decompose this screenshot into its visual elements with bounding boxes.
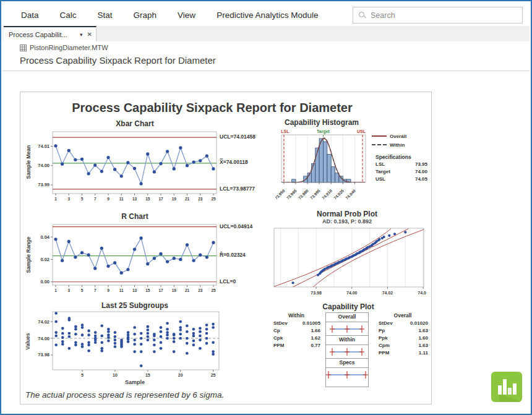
search-box[interactable]: Search xyxy=(353,7,523,24)
r-center-label: R̄=0.02324 xyxy=(220,252,246,258)
overall-stat-row: StDev0.01020 xyxy=(375,320,431,328)
menu-item-view[interactable]: View xyxy=(178,11,195,20)
specification-row: USL74.05 xyxy=(372,176,430,184)
r-chart: 0.040.020.00135791113151719212325 xyxy=(32,222,238,295)
r-chart-title: R Chart xyxy=(32,212,238,221)
svg-text:Target: Target xyxy=(317,129,330,134)
svg-text:73.995: 73.995 xyxy=(309,188,321,200)
last25-ylabel: Values xyxy=(25,304,31,379)
menu-item-predictive-analytics-module[interactable]: Predictive Analytics Module xyxy=(217,11,318,20)
svg-text:3: 3 xyxy=(67,288,70,293)
app-window: DataCalcStatGraphViewPredictive Analytic… xyxy=(0,0,532,415)
capability-plot-title: Capability Plot xyxy=(280,302,416,311)
svg-text:13: 13 xyxy=(132,197,137,201)
svg-text:1: 1 xyxy=(54,288,57,293)
close-icon[interactable]: ✕ xyxy=(87,31,92,38)
tab-process-capability[interactable]: Process Capabilit... ▾ ✕ xyxy=(4,26,97,41)
svg-text:23: 23 xyxy=(198,197,203,201)
xbar-chart-title: Xbar Chart xyxy=(32,119,238,128)
minitab-graph-icon xyxy=(491,372,522,402)
svg-text:USL: USL xyxy=(357,129,366,134)
tab-strip: Process Capabilit... ▾ ✕ xyxy=(2,26,530,41)
legend-item-within: Within xyxy=(372,140,430,149)
legend-label-overall: Overall xyxy=(390,134,406,139)
within-stats-header: Within xyxy=(270,312,323,320)
svg-text:15: 15 xyxy=(145,197,150,201)
interval-header-within: Within xyxy=(326,335,368,345)
svg-text:7: 7 xyxy=(94,288,97,293)
last25-xlabel: Sample xyxy=(32,379,238,385)
within-stat-row: PPM0.77 xyxy=(270,343,323,350)
svg-text:0.00: 0.00 xyxy=(40,279,49,285)
tab-label: Process Capabilit... xyxy=(9,31,79,38)
overall-stats-header: Overall xyxy=(375,312,431,320)
menu-item-data[interactable]: Data xyxy=(21,11,39,20)
xbar-chart: 74.0174.0073.99135791113151719212325 xyxy=(32,129,238,203)
within-stat-row: StDev0.01005 xyxy=(270,320,323,328)
within-interval xyxy=(326,346,368,358)
svg-text:74.00: 74.00 xyxy=(346,291,358,295)
svg-text:74.04: 74.04 xyxy=(418,291,426,295)
svg-text:5: 5 xyxy=(81,373,84,377)
capability-interval-box: Overall Within Specs xyxy=(325,312,369,387)
within-line-sample xyxy=(372,144,387,145)
svg-text:73.965: 73.965 xyxy=(286,188,298,200)
svg-text:17: 17 xyxy=(158,197,163,201)
chevron-down-icon[interactable]: ▾ xyxy=(80,32,83,38)
report-footnote: The actual process spread is represented… xyxy=(25,390,224,400)
menu-item-calc[interactable]: Calc xyxy=(60,11,77,20)
svg-text:9: 9 xyxy=(107,197,109,201)
svg-text:20: 20 xyxy=(178,373,183,377)
overall-stat-row: Ppk1.60 xyxy=(375,335,431,343)
separator xyxy=(2,71,530,71)
xbar-ucl-label: UCL=74.01458 xyxy=(220,134,255,140)
interval-header-overall: Overall xyxy=(326,313,368,322)
last25-chart: 74.0274.0073.98510152025 xyxy=(32,309,238,380)
svg-text:5: 5 xyxy=(81,288,84,293)
last25-title: Last 25 Subgroups xyxy=(32,301,238,310)
normal-prob-plot-title: Normal Prob Plot xyxy=(268,210,426,218)
svg-text:73.99: 73.99 xyxy=(38,182,49,187)
svg-text:25: 25 xyxy=(211,288,216,293)
within-stat-row: Cp1.66 xyxy=(270,328,323,335)
page-title: Process Capability Sixpack Report for Di… xyxy=(20,55,216,66)
svg-text:25: 25 xyxy=(211,197,216,201)
specification-row: LSL73.95 xyxy=(372,161,430,169)
svg-text:74.010: 74.010 xyxy=(321,188,333,200)
histogram-legend: Overall Within xyxy=(372,132,430,149)
xbar-ylabel: Sample Mean xyxy=(25,125,32,199)
svg-text:7: 7 xyxy=(94,197,97,201)
overall-interval xyxy=(326,323,368,335)
menu-item-stat[interactable]: Stat xyxy=(98,11,113,20)
svg-text:10: 10 xyxy=(113,373,118,377)
overall-line-sample xyxy=(372,135,387,137)
normal-prob-plot-subtitle: AD: 0.193, P: 0.892 xyxy=(268,218,426,225)
svg-text:73.980: 73.980 xyxy=(298,188,309,200)
normal-prob-plot: 73.9874.0074.0274.04 xyxy=(268,226,426,301)
svg-text:73.950: 73.950 xyxy=(275,188,286,200)
overall-stat-row: PPM1.11 xyxy=(375,350,431,357)
legend-item-overall: Overall xyxy=(372,132,430,140)
overall-stat-row: Cpm1.63 xyxy=(375,343,431,350)
histogram-title: Capability Histogram xyxy=(269,118,374,127)
menu-item-graph[interactable]: Graph xyxy=(134,11,157,20)
svg-text:5: 5 xyxy=(81,197,84,201)
svg-text:13: 13 xyxy=(132,288,137,293)
overall-stat-row: Pp1.63 xyxy=(375,328,431,335)
worksheet-row[interactable]: PistonRingDiameter.MTW xyxy=(20,44,108,51)
svg-text:1: 1 xyxy=(54,197,57,201)
worksheet-name: PistonRingDiameter.MTW xyxy=(30,44,108,51)
r-lcl-label: LCL=0 xyxy=(220,278,236,285)
svg-text:73.98: 73.98 xyxy=(311,291,322,295)
svg-text:21: 21 xyxy=(185,288,190,293)
specifications-title: Specifications xyxy=(372,154,430,160)
svg-text:0.02: 0.02 xyxy=(40,257,49,262)
svg-text:73.98: 73.98 xyxy=(38,352,49,357)
svg-text:3: 3 xyxy=(67,197,70,201)
search-placeholder: Search xyxy=(371,11,395,20)
svg-text:25: 25 xyxy=(211,373,216,377)
svg-text:LSL: LSL xyxy=(281,129,290,134)
svg-text:19: 19 xyxy=(172,288,177,293)
svg-text:19: 19 xyxy=(172,197,177,201)
svg-text:9: 9 xyxy=(107,288,109,293)
